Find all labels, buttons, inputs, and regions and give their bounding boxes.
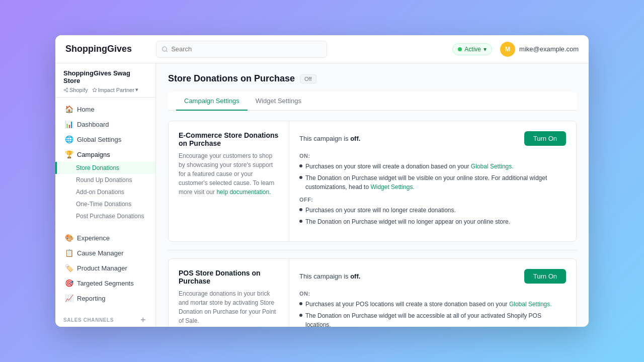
add-on-donations-label: Add-on Donations: [76, 189, 124, 196]
ecommerce-campaign-status: This campaign is off.: [299, 135, 360, 142]
sidebar-sub-item-add-on-donations[interactable]: Add-on Donations: [55, 186, 155, 198]
pos-turn-on-button[interactable]: Turn On: [524, 269, 566, 284]
sidebar-item-experience[interactable]: 🎨 Experience: [55, 230, 155, 245]
sidebar-item-dashboard-label: Dashboard: [77, 121, 109, 128]
sidebar-sub-item-one-time-donations[interactable]: One-Time Donations: [55, 198, 155, 210]
ecommerce-off-label: OFF:: [299, 197, 566, 203]
sidebar-sub-item-store-donations[interactable]: Store Donations: [55, 162, 155, 174]
pos-campaign-header: This campaign is off. Turn On: [299, 269, 566, 284]
pos-campaign-status: This campaign is off.: [299, 273, 360, 280]
pos-section-left: POS Store Donations on Purchase Encourag…: [169, 259, 289, 327]
tier-label: Impact Partner: [98, 87, 134, 93]
topbar: ShoppingGives Active ▾ M mike@example.co…: [55, 35, 589, 63]
content-area: Store Donations on Purchase Off Campaign…: [156, 63, 589, 327]
pos-section-title: POS Store Donations on Purchase: [179, 269, 279, 285]
ecommerce-off-section: OFF: Purchases on your store will no lon…: [299, 197, 566, 226]
dashboard-icon: 📊: [65, 120, 73, 128]
pos-section-inner: POS Store Donations on Purchase Encourag…: [169, 259, 576, 327]
bullet-dot-4: [299, 220, 302, 223]
status-badge[interactable]: Active ▾: [452, 43, 492, 55]
ecommerce-section-title: E-Commerce Store Donations on Purchase: [179, 131, 279, 147]
main-layout: ShoppingGives Swag Store Shopify Impact …: [55, 63, 589, 327]
ecommerce-section-right: This campaign is off. Turn On ON: Purcha…: [289, 121, 576, 241]
chevron-down-icon: ▾: [484, 46, 487, 53]
sidebar-item-home[interactable]: 🏠 Home: [55, 102, 155, 117]
bullet-dot-5: [299, 302, 302, 305]
app-logo: ShoppingGives: [65, 44, 146, 54]
nav-section-other: 🎨 Experience 📋 Cause Manager 🏷️ Product …: [55, 226, 155, 310]
ecommerce-on-label: ON:: [299, 153, 566, 159]
tab-widget-settings-label: Widget Settings: [256, 97, 301, 105]
pos-on-label: ON:: [299, 291, 566, 297]
pos-on-bullets: Purchases at your POS locations will cre…: [299, 300, 566, 327]
cause-manager-icon: 📋: [65, 249, 73, 257]
tabs: Campaign Settings Widget Settings: [168, 92, 577, 111]
page-title: Store Donations on Purchase: [168, 73, 295, 84]
store-info: ShoppingGives Swag Store Shopify Impact …: [55, 63, 155, 98]
sidebar-item-reporting[interactable]: 📈 Reporting: [55, 291, 155, 306]
pos-status-value: off.: [350, 273, 360, 280]
bullet-dot-6: [299, 314, 302, 317]
search-bar[interactable]: [156, 41, 327, 58]
pos-section-desc: Encourage donations in your brick and mo…: [179, 289, 279, 325]
ecommerce-section-inner: E-Commerce Store Donations on Purchase E…: [169, 121, 576, 241]
svg-point-4: [66, 90, 68, 92]
status-dot: [458, 47, 462, 51]
global-settings-link-2[interactable]: Global Settings.: [509, 301, 552, 308]
widget-settings-link[interactable]: Widget Settings.: [370, 184, 414, 191]
sidebar-item-product-manager[interactable]: 🏷️ Product Manager: [55, 260, 155, 276]
pos-on-bullet-2: The Donation on Purchase widget will be …: [299, 311, 566, 327]
page-header: Store Donations on Purchase Off: [168, 73, 577, 84]
ecommerce-on-bullet-1: Purchases on your store will create a do…: [299, 162, 566, 171]
sidebar-item-campaigns[interactable]: 🏆 Campaigns: [55, 147, 155, 162]
ecommerce-off-bullet-2: The Donation on Purchase widget will no …: [299, 217, 566, 226]
sidebar-item-reporting-label: Reporting: [77, 295, 105, 302]
pos-section-card: POS Store Donations on Purchase Encourag…: [168, 258, 577, 327]
ecommerce-on-bullet-1-text: Purchases on your store will create a do…: [305, 162, 514, 171]
one-time-donations-label: One-Time Donations: [76, 201, 131, 208]
sidebar-item-targeted-segments-label: Targeted Segments: [77, 280, 134, 287]
status-label: Active: [464, 46, 481, 53]
campaigns-icon: 🏆: [65, 150, 73, 158]
pos-section-right: This campaign is off. Turn On ON: Purcha…: [289, 259, 576, 327]
star-icon: [92, 87, 97, 93]
svg-point-2: [66, 87, 68, 89]
ecommerce-off-bullet-1: Purchases on your store will no longer c…: [299, 206, 566, 215]
post-purchase-donations-label: Post Purchase Donations: [76, 213, 144, 220]
svg-point-0: [163, 47, 167, 51]
help-documentation-link[interactable]: help documentation.: [216, 189, 271, 196]
ecommerce-status-value: off.: [350, 135, 360, 142]
reporting-icon: 📈: [65, 294, 73, 302]
sidebar-sub-item-round-up-donations[interactable]: Round Up Donations: [55, 174, 155, 186]
search-icon: [162, 46, 168, 53]
ecommerce-section-card: E-Commerce Store Donations on Purchase E…: [168, 121, 577, 242]
bullet-dot-2: [299, 176, 302, 179]
tab-widget-settings[interactable]: Widget Settings: [248, 92, 309, 111]
share-icon: [63, 87, 68, 93]
status-badge-off: Off: [300, 74, 316, 83]
bullet-dot: [299, 164, 302, 167]
tab-campaign-settings-label: Campaign Settings: [184, 97, 239, 105]
product-manager-icon: 🏷️: [65, 264, 73, 272]
ecommerce-on-bullet-2-text: The Donation on Purchase widget will be …: [305, 173, 566, 192]
add-channel-icon[interactable]: ＋: [139, 315, 147, 325]
sidebar-item-experience-label: Experience: [77, 234, 110, 242]
sidebar-item-targeted-segments[interactable]: 🎯 Targeted Segments: [55, 276, 155, 291]
ecommerce-turn-on-button[interactable]: Turn On: [524, 131, 566, 146]
store-name: ShoppingGives Swag Store: [63, 69, 147, 84]
sidebar-item-cause-manager[interactable]: 📋 Cause Manager: [55, 245, 155, 260]
sidebar-item-global-settings[interactable]: 🌐 Global Settings: [55, 132, 155, 147]
sidebar-item-cause-manager-label: Cause Manager: [77, 249, 124, 257]
sidebar-sub-item-post-purchase-donations[interactable]: Post Purchase Donations: [55, 210, 155, 222]
global-settings-link-1[interactable]: Global Settings.: [471, 163, 514, 170]
pos-on-bullet-1-text: Purchases at your POS locations will cre…: [305, 300, 552, 309]
ecommerce-off-bullets: Purchases on your store will no longer c…: [299, 206, 566, 226]
svg-line-6: [65, 88, 67, 89]
user-email: mike@example.com: [519, 45, 579, 53]
topbar-right: Active ▾ M mike@example.com: [452, 42, 579, 57]
tab-campaign-settings[interactable]: Campaign Settings: [176, 92, 248, 111]
bullet-dot-3: [299, 208, 302, 211]
search-input[interactable]: [171, 45, 321, 53]
ecommerce-status-text: This campaign is: [299, 135, 349, 142]
sidebar-item-dashboard[interactable]: 📊 Dashboard: [55, 117, 155, 132]
